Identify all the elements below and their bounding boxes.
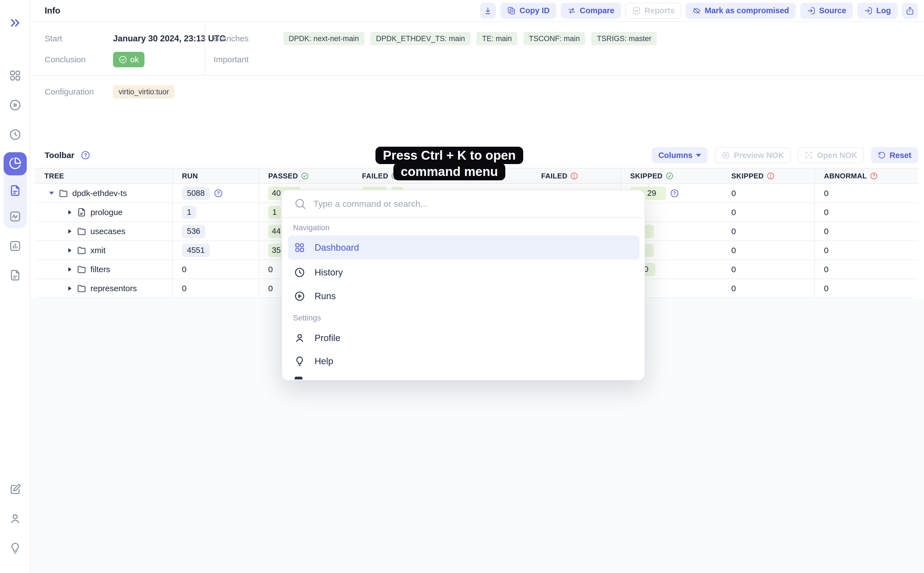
log-label: Log <box>876 6 891 15</box>
sidebar-item-runs[interactable] <box>9 99 22 113</box>
header-actions: Copy IDCompareReportsMark as compromised… <box>480 3 918 19</box>
hint-icon[interactable]: ? <box>214 189 223 198</box>
run-value: 0 <box>182 284 187 293</box>
conclusion-value: ok <box>130 55 139 64</box>
tree-cell: xmit <box>35 241 173 260</box>
folder-icon <box>58 188 68 198</box>
column-header-skipped-err: SKIPPED <box>722 169 815 183</box>
menu-item-label: Runs <box>314 291 336 301</box>
command-menu: NavigationDashboardHistoryRunsSettingsPr… <box>281 190 645 380</box>
skipped-unexpected-cell: 0 <box>722 222 815 240</box>
sidebar-item-dashboard[interactable] <box>9 69 22 83</box>
toolbar-title: Toolbar ? <box>45 150 91 160</box>
source-label: Source <box>819 6 846 15</box>
run-count-badge: 1 <box>182 206 196 219</box>
menu-item-history[interactable]: History <box>294 267 343 278</box>
column-header-label: PASSED <box>268 172 298 180</box>
toolbar-title-text: Toolbar <box>45 150 74 160</box>
file-icon <box>77 207 86 217</box>
runs-icon <box>9 99 22 111</box>
menu-item-label: History <box>314 267 343 278</box>
column-header-label: FAILED <box>541 172 567 180</box>
conclusion-status-badge: ok <box>113 52 144 67</box>
preview-nok-button[interactable]: Preview NOK <box>715 147 791 163</box>
chevron-down-icon <box>696 154 701 157</box>
status-err-icon <box>570 172 578 180</box>
sidebar-item-charts[interactable] <box>9 240 22 254</box>
column-header-failed-err: FAILED <box>532 169 621 183</box>
branch-badge: DPDK: next-net-main <box>283 32 364 45</box>
sidebar-item-trends[interactable] <box>9 210 22 224</box>
column-header-passed-ok: PASSED <box>259 169 353 183</box>
command-search-input[interactable] <box>313 199 632 209</box>
check-circle-icon <box>119 55 127 64</box>
start-value: January 30 2024, 23:13 UTC <box>113 34 225 44</box>
branch-badge: TE: main <box>477 32 518 45</box>
share-button[interactable] <box>902 3 918 19</box>
reset-button[interactable]: Reset <box>871 147 918 163</box>
mark-as-compromised-button[interactable]: Mark as compromised <box>686 3 796 19</box>
run-value: 0 <box>182 265 187 274</box>
abnormal-cell: 0 <box>815 279 918 297</box>
tree-node-label: xmit <box>91 246 106 255</box>
source-button[interactable]: Source <box>800 3 853 19</box>
preview-nok-label: Preview NOK <box>734 151 784 160</box>
sidebar-item-history[interactable] <box>9 128 22 142</box>
abnormal-value: 0 <box>824 284 829 293</box>
folder-icon <box>77 246 86 255</box>
menu-item-help[interactable]: Help <box>294 356 333 367</box>
caret-down-icon[interactable] <box>48 192 55 195</box>
compare-button[interactable]: Compare <box>561 3 621 19</box>
download-button[interactable] <box>480 3 496 19</box>
sidebar-item-run-report[interactable] <box>9 184 22 198</box>
caret-right-icon[interactable] <box>67 267 73 272</box>
status-ok-icon <box>301 172 309 180</box>
caret-right-icon[interactable] <box>67 210 73 214</box>
caret-right-icon[interactable] <box>67 248 73 253</box>
abnormal-value: 0 <box>824 265 829 274</box>
preview-icon <box>721 151 730 160</box>
toolbar-help-icon[interactable]: ? <box>80 150 91 160</box>
menu-section-settings: Settings <box>293 313 321 323</box>
copy-id-button[interactable]: Copy ID <box>500 3 556 19</box>
caret-right-icon[interactable] <box>67 229 73 233</box>
branch-badge: DPDK_ETHDEV_TS: main <box>371 32 471 45</box>
status-ok-icon <box>665 172 674 180</box>
dashboard-icon <box>9 69 22 82</box>
tree-node-label: dpdk-ethdev-ts <box>72 189 127 198</box>
tooltip-line-2: command menu <box>393 163 505 180</box>
folder-icon <box>77 226 86 236</box>
svg-text:?: ? <box>217 190 220 196</box>
run-cell: 1 <box>173 203 259 221</box>
menu-item-runs[interactable]: Runs <box>294 291 336 302</box>
menu-item-dashboard[interactable]: Dashboard <box>288 235 639 260</box>
columns-button[interactable]: Columns <box>652 147 708 163</box>
skipped-unexpected-value: 0 <box>731 265 736 274</box>
sidebar-item-help[interactable] <box>9 542 22 556</box>
skipped-unexpected-value: 0 <box>731 208 736 217</box>
column-header-label: SKIPPED <box>731 172 764 180</box>
sidebar-item-documents[interactable] <box>9 269 22 283</box>
sidebar-item-compose[interactable] <box>9 483 22 497</box>
run-count-badge: 4551 <box>182 244 210 257</box>
skipped-unexpected-value: 0 <box>731 246 736 255</box>
menu-item-profile[interactable]: Profile <box>294 333 341 344</box>
open-nok-button[interactable]: Open NOK <box>798 147 864 163</box>
clock-icon <box>294 267 305 278</box>
tree-cell: representors <box>35 279 173 297</box>
compare-label: Compare <box>580 6 614 15</box>
sidebar-item-profile[interactable] <box>9 512 22 526</box>
log-button[interactable]: Log <box>857 3 897 19</box>
play-circle-icon <box>294 291 305 302</box>
collapse-icon <box>9 17 21 29</box>
page-title: Info <box>45 6 60 16</box>
help-icon <box>9 542 22 554</box>
reports-button[interactable]: Reports <box>625 3 682 19</box>
column-header-label: RUN <box>182 172 198 180</box>
caret-right-icon[interactable] <box>67 286 73 291</box>
tree-cell: prologue <box>35 203 173 221</box>
sidebar-item-reports[interactable] <box>9 157 22 171</box>
sidebar-item-collapse[interactable] <box>9 17 21 30</box>
reports-icon <box>9 157 22 169</box>
hint-icon[interactable]: ? <box>670 189 679 198</box>
